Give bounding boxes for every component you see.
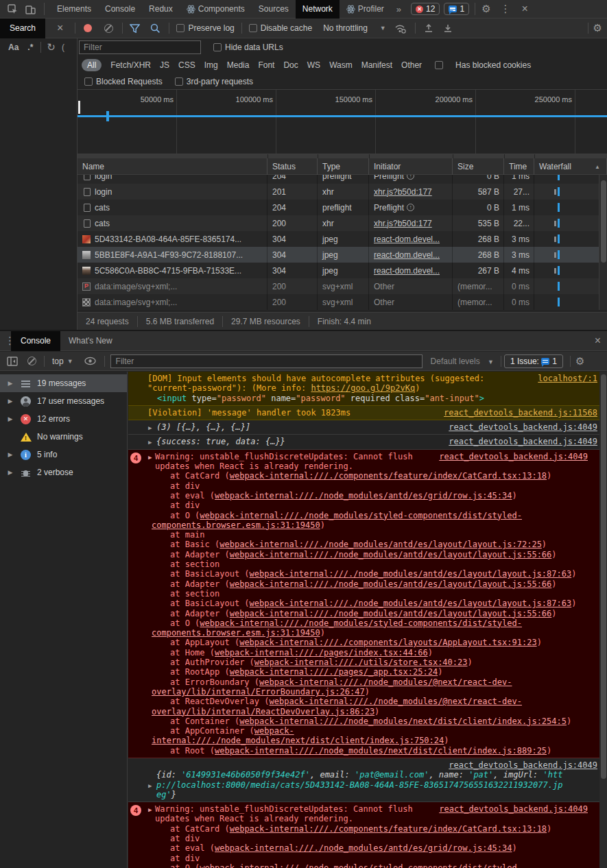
filter-type-doc[interactable]: Doc (283, 60, 298, 70)
stack-source-link[interactable]: webpack-internal:///./node_modules/antd/… (250, 599, 572, 608)
source-link[interactable]: react_devtools_backend.js:4049 (449, 437, 597, 446)
close-search-icon[interactable]: × (51, 22, 69, 34)
drawer-kebab-menu-icon[interactable]: ⋮ (0, 335, 20, 347)
filter-type-js[interactable]: JS (160, 60, 169, 70)
inspect-element-icon[interactable] (7, 3, 18, 14)
live-expression-eye-icon[interactable] (84, 357, 96, 365)
stack-source-link[interactable]: webpack-internal:///./node_modules/antd/… (230, 609, 552, 618)
table-row[interactable]: login 201 xhr xhr.js?b50d:177 587 B 27..… (78, 184, 607, 200)
clear-console-icon[interactable] (27, 357, 36, 365)
sidebar-item-all-messages[interactable]: ▶ 19 messages (0, 374, 127, 392)
settings-gear-icon[interactable]: ⚙ (477, 3, 495, 15)
expand-arrow-icon[interactable]: ▶ (5, 451, 15, 458)
hide-data-urls-checkbox[interactable] (213, 43, 222, 51)
table-row[interactable]: 5D433142-BA08-464A-85FE-8365174... 304 j… (78, 231, 607, 247)
stack-source-link[interactable]: webpack-internal:///./components/feature… (230, 471, 547, 481)
expand-arrow-icon[interactable]: ▶ (148, 423, 152, 433)
column-header-initiator[interactable]: Initiator (369, 158, 453, 175)
filter-type-media[interactable]: Media (227, 60, 250, 70)
console-filter-input[interactable] (110, 354, 422, 368)
stack-source-link[interactable]: webpack-internal:///./node_modules/antd/… (219, 540, 542, 549)
drawer-tab-whats-new[interactable]: What's New (60, 336, 121, 346)
table-row[interactable]: data:image/svg+xml;... 200 svg+xml Other… (78, 294, 607, 310)
clear-network-log-icon[interactable] (104, 24, 113, 33)
sidebar-item-errors[interactable]: ▶ 12 errors (0, 410, 127, 428)
network-conditions-icon[interactable] (394, 23, 407, 34)
expand-arrow-icon[interactable]: ▶ (5, 398, 15, 405)
column-header-size[interactable]: Size (453, 158, 504, 175)
network-settings-gear-icon[interactable]: ⚙ (588, 22, 607, 34)
record-network-log-button[interactable] (84, 24, 92, 32)
console-scrollbar[interactable] (599, 372, 607, 868)
export-har-icon[interactable] (443, 23, 453, 33)
source-link[interactable]: localhost/:1 (538, 374, 597, 383)
source-link[interactable]: react_devtools_backend.js:4049 (439, 452, 588, 461)
expand-arrow-icon[interactable]: ▶ (5, 380, 15, 387)
source-link[interactable]: react_devtools_backend.js:4049 (449, 422, 597, 432)
console-message-object[interactable]: react_devtools_backend.js:4049 ▶ {id: '6… (128, 758, 600, 802)
sidebar-item-verbose[interactable]: ▶ 2 verbose (0, 463, 127, 481)
issue-count-badge[interactable]: 1 (444, 3, 469, 15)
regex-button[interactable]: .* (27, 43, 33, 52)
filter-type-all[interactable]: All (82, 59, 102, 71)
sidebar-item-warnings[interactable]: No warnings (0, 428, 127, 446)
expand-arrow-icon[interactable]: ▶ (5, 469, 15, 476)
tab-profiler[interactable]: Profiler (340, 0, 391, 19)
third-party-requests-checkbox[interactable] (175, 77, 183, 86)
refresh-search-icon[interactable]: ↻ (47, 41, 56, 53)
sidebar-item-user-messages[interactable]: ▶ 17 user messages (0, 392, 127, 410)
column-header-type[interactable]: Type (318, 158, 369, 175)
tab-elements[interactable]: Elements (50, 0, 98, 19)
kebab-menu-icon[interactable]: ⋮ (496, 3, 516, 15)
initiator-link[interactable]: xhr.js?b50d:177 (374, 187, 432, 197)
source-link[interactable]: react_devtools_backend.js:4049 (439, 804, 588, 814)
network-filter-input[interactable] (79, 40, 201, 54)
stack-source-link[interactable]: webpack-internal:///./node_modules/antd/… (215, 843, 512, 853)
table-row[interactable]: 5C586C0A-BB8C-4715-9FBA-71533E... 304 jp… (78, 263, 607, 278)
timeline-selection-handle[interactable] (78, 101, 80, 114)
device-toolbar-icon[interactable] (25, 3, 36, 14)
network-scrollbar[interactable] (599, 175, 607, 310)
stack-source-link[interactable]: webpack-internal:///./node_modules/antd/… (230, 550, 552, 559)
column-header-time[interactable]: Time (504, 158, 534, 175)
stack-source-link[interactable]: webpack-internal:///./node_modules/style… (152, 618, 522, 638)
execution-context-select[interactable]: top (52, 357, 64, 366)
stack-source-link[interactable]: webpack-internal:///./pages/index.tsx:44… (215, 648, 428, 658)
error-count-badge[interactable]: ✕ 12 (411, 3, 440, 15)
console-sidebar-toggle-icon[interactable] (7, 357, 18, 366)
more-tabs-chevron[interactable]: » (391, 4, 407, 14)
expand-arrow-icon[interactable]: ▶ (148, 781, 152, 791)
expand-arrow-icon[interactable]: ▶ (148, 805, 152, 815)
console-message-log[interactable]: ▶ react_devtools_backend.js:4049 (3) [{…… (128, 420, 600, 435)
filter-type-fetch-xhr[interactable]: Fetch/XHR (110, 60, 151, 70)
sidebar-item-info[interactable]: ▶ 5 info (0, 446, 127, 463)
stack-source-link[interactable]: webpack-internal:///./utils/store.tsx:40… (254, 658, 468, 667)
expand-arrow-icon[interactable]: ▶ (148, 453, 152, 462)
source-link[interactable]: react_devtools_backend.js:4049 (449, 760, 597, 770)
tab-console[interactable]: Console (98, 0, 142, 19)
has-blocked-cookies-checkbox[interactable] (435, 61, 443, 69)
filter-type-manifest[interactable]: Manifest (361, 60, 392, 70)
stack-source-link[interactable]: webpack-internal:///./components/feature… (230, 824, 547, 834)
import-har-icon[interactable] (424, 23, 433, 33)
console-message-error[interactable]: 4 ▶ react_devtools_backend.js:4049 Warni… (128, 450, 600, 758)
source-link[interactable]: react_devtools_backend.js:11568 (444, 408, 597, 418)
table-row-selected[interactable]: 5BB1E8F4-A9A1-4F93-9C72-8188107... 304 j… (78, 247, 607, 263)
stack-source-link[interactable]: webpack-internal:///./node_modules/style… (152, 511, 522, 530)
tab-search[interactable]: Search (0, 19, 45, 38)
filter-funnel-icon[interactable] (130, 24, 140, 33)
filter-type-ws[interactable]: WS (307, 60, 320, 70)
tab-components[interactable]: Components (180, 0, 252, 19)
close-drawer-icon[interactable]: × (588, 335, 607, 347)
column-header-name[interactable]: Name (78, 158, 267, 175)
blocked-requests-checkbox[interactable] (84, 77, 93, 86)
table-row[interactable]: login 204 preflight Preflight↑ 0 B 1 ms (78, 175, 607, 184)
html-snippet[interactable]: <input type="password" name="password" r… (147, 394, 597, 403)
filter-type-css[interactable]: CSS (178, 60, 195, 70)
filter-type-img[interactable]: Img (204, 60, 218, 70)
disable-cache-checkbox[interactable] (249, 24, 257, 32)
scrollbar-thumb[interactable] (601, 180, 606, 263)
tab-sources[interactable]: Sources (252, 0, 296, 19)
initiator-link[interactable]: xhr.js?b50d:177 (374, 219, 432, 228)
stack-source-link[interactable]: webpack-internal:///./node_modules/next/… (215, 746, 547, 756)
